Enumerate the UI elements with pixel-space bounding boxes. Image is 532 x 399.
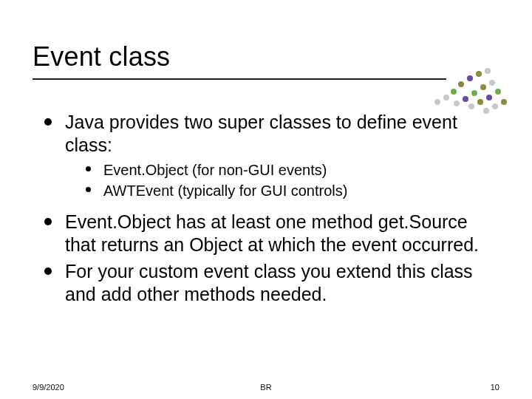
content-area: Java provides two super classes to defin… <box>44 111 495 310</box>
bullet-text: For your custom event class you extend t… <box>65 261 473 304</box>
bullet-item: Event.Object has at least one method get… <box>44 211 495 256</box>
deco-dot <box>468 103 474 109</box>
deco-dot <box>463 96 468 102</box>
footer-center: BR <box>260 383 271 392</box>
bullet-item: For your custom event class you extend t… <box>44 260 495 305</box>
deco-dot <box>476 71 482 77</box>
footer-page-number: 10 <box>491 383 499 392</box>
sub-bullet-item: Event.Object (for non-GUI events) <box>86 160 495 180</box>
sub-bullet-list: Event.Object (for non-GUI events) AWTEve… <box>86 160 495 200</box>
bullet-text: Java provides two super classes to defin… <box>65 112 457 155</box>
slide: Event class Java provides two super clas… <box>0 0 532 399</box>
deco-dot <box>489 80 495 86</box>
sub-bullet-text: Event.Object (for non-GUI events) <box>103 162 327 178</box>
sub-bullet-text: AWTEvent (typically for GUI controls) <box>103 183 347 199</box>
slide-title: Event class <box>33 41 170 72</box>
footer-date: 9/9/2020 <box>33 383 64 392</box>
deco-dot <box>451 89 457 95</box>
deco-dot <box>485 68 491 74</box>
deco-dot <box>501 99 507 105</box>
deco-dot <box>495 89 501 95</box>
deco-dot <box>477 99 483 105</box>
bullet-item: Java provides two super classes to defin… <box>44 111 495 200</box>
deco-dot <box>454 100 460 106</box>
deco-dot <box>471 90 477 96</box>
deco-dot <box>467 75 473 81</box>
deco-dot <box>443 95 449 100</box>
bullet-text: Event.Object has at least one method get… <box>65 211 479 255</box>
deco-dot <box>486 95 492 100</box>
deco-dot <box>492 103 498 109</box>
sub-bullet-item: AWTEvent (typically for GUI controls) <box>86 181 495 200</box>
deco-dot <box>480 84 486 90</box>
deco-dot <box>434 99 440 105</box>
deco-dot <box>458 81 464 87</box>
title-underline <box>33 78 446 80</box>
